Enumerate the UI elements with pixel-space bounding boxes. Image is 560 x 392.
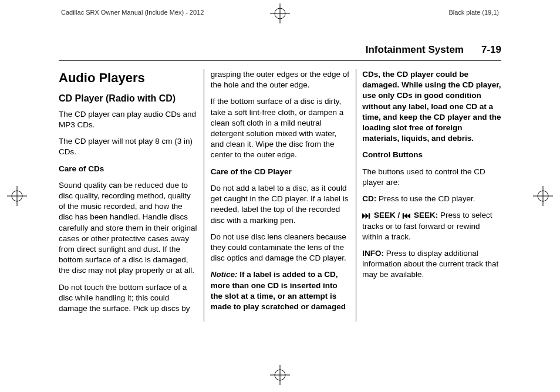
body-text: The CD player can play audio CDs and MP3… xyxy=(59,109,198,130)
control-seek: SEEK / SEEK: Press to select tracks or t… xyxy=(362,210,501,242)
svg-point-3 xyxy=(275,370,285,380)
heading-audio-players: Audio Players xyxy=(59,69,198,87)
body-text: If the bottom surface of a disc is dirty… xyxy=(211,96,350,160)
print-header: Cadillac SRX Owner Manual (Include Mex) … xyxy=(0,8,560,17)
seek-label-2: SEEK: xyxy=(414,211,438,219)
svg-point-6 xyxy=(12,191,22,201)
svg-marker-16 xyxy=(404,213,407,218)
body-text: The buttons used to control the CD playe… xyxy=(362,167,501,188)
seek-forward-icon xyxy=(362,213,370,219)
page-frame: Infotainment System 7-19 Audio Players C… xyxy=(59,43,501,349)
registration-mark-left-icon xyxy=(7,186,27,206)
running-head: Infotainment System 7-19 xyxy=(59,43,501,61)
print-header-right: Black plate (19,1) xyxy=(448,8,499,17)
control-cd: CD: Press to use the CD player. xyxy=(362,194,501,204)
cd-label: CD: xyxy=(362,194,376,203)
body-text: Do not use disc lens cleaners because th… xyxy=(211,232,350,264)
subhead-care-of-cds: Care of CDs xyxy=(59,164,198,174)
svg-point-9 xyxy=(538,191,548,201)
print-header-left: Cadillac SRX Owner Manual (Include Mex) … xyxy=(61,8,204,17)
svg-rect-14 xyxy=(369,213,370,218)
info-label: INFO: xyxy=(362,249,384,258)
seek-back-icon xyxy=(402,213,410,219)
seek-label-1: SEEK / xyxy=(374,211,400,219)
cd-text: Press to use the CD player. xyxy=(379,194,475,203)
svg-rect-15 xyxy=(403,213,404,218)
svg-marker-13 xyxy=(366,213,369,218)
registration-mark-bottom-icon xyxy=(270,365,290,385)
body-text: The CD player will not play 8 cm (3 in) … xyxy=(59,136,198,157)
registration-mark-right-icon xyxy=(533,186,553,206)
body-text: Do not add a label to a disc, as it coul… xyxy=(211,183,350,226)
subhead-care-of-cd-player: Care of the CD Player xyxy=(211,167,350,177)
svg-marker-17 xyxy=(407,213,410,218)
body-columns: Audio Players CD Player (Radio with CD) … xyxy=(59,69,501,322)
svg-marker-12 xyxy=(362,213,365,218)
body-text: Sound quality can be reduced due to disc… xyxy=(59,180,198,276)
page-number: 7-19 xyxy=(481,43,501,57)
notice-label: Notice: xyxy=(211,270,238,279)
heading-cd-player: CD Player (Radio with CD) xyxy=(59,93,198,104)
subhead-control-buttons: Control Buttons xyxy=(362,150,501,160)
section-title: Infotainment System xyxy=(366,43,464,57)
control-info: INFO: Press to display additional inform… xyxy=(362,248,501,281)
